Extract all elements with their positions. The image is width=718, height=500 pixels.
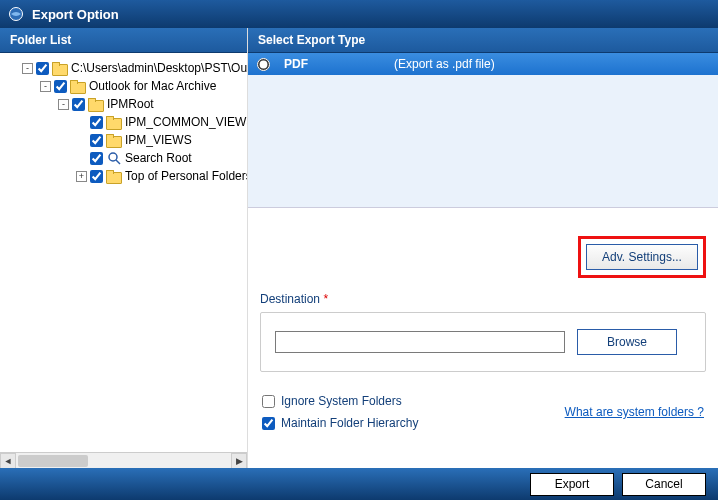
- tree-item[interactable]: IPM_VIEWS: [4, 131, 243, 149]
- scroll-left-btn[interactable]: ◄: [0, 453, 16, 468]
- expand-icon[interactable]: +: [76, 171, 87, 182]
- tree-checkbox[interactable]: [54, 80, 67, 93]
- tree-item[interactable]: -C:\Users\admin\Desktop\PST\Outl: [4, 59, 243, 77]
- ignore-system-folders-checkbox[interactable]: Ignore System Folders: [262, 394, 418, 408]
- destination-input[interactable]: [275, 331, 565, 353]
- twisty-spacer: [76, 135, 87, 146]
- tree-item-label: IPM_VIEWS: [125, 133, 192, 147]
- collapse-icon[interactable]: -: [58, 99, 69, 110]
- export-button[interactable]: Export: [530, 473, 614, 496]
- tree-checkbox[interactable]: [72, 98, 85, 111]
- folder-icon: [70, 80, 86, 93]
- tree-item[interactable]: +Top of Personal Folders: [4, 167, 243, 185]
- folder-icon: [52, 62, 68, 75]
- search-icon: [106, 150, 122, 166]
- maintain-hierarchy-checkbox[interactable]: Maintain Folder Hierarchy: [262, 416, 418, 430]
- adv-settings-highlight: Adv. Settings...: [578, 236, 706, 278]
- footer-bar: Export Cancel: [0, 468, 718, 500]
- titlebar: Export Option: [0, 0, 718, 28]
- window-title: Export Option: [32, 7, 119, 22]
- ignore-system-label: Ignore System Folders: [281, 394, 402, 408]
- folder-list-header: Folder List: [0, 28, 247, 53]
- tree-item-label: IPM_COMMON_VIEWS: [125, 115, 247, 129]
- tree-item-label: IPMRoot: [107, 97, 154, 111]
- system-folders-help-link[interactable]: What are system folders ?: [565, 405, 704, 419]
- export-type-radio[interactable]: [257, 58, 270, 71]
- app-icon: [8, 6, 24, 22]
- export-type-desc: (Export as .pdf file): [388, 57, 718, 71]
- svg-point-1: [109, 153, 117, 161]
- adv-settings-button[interactable]: Adv. Settings...: [586, 244, 698, 270]
- folder-tree[interactable]: -C:\Users\admin\Desktop\PST\Outl-Outlook…: [0, 53, 247, 191]
- tree-checkbox[interactable]: [90, 116, 103, 129]
- folder-icon: [88, 98, 104, 111]
- scroll-thumb[interactable]: [18, 455, 88, 467]
- tree-item[interactable]: Search Root: [4, 149, 243, 167]
- tree-checkbox[interactable]: [90, 134, 103, 147]
- folder-icon: [106, 134, 122, 147]
- tree-checkbox[interactable]: [90, 152, 103, 165]
- collapse-icon[interactable]: -: [40, 81, 51, 92]
- tree-item-label: C:\Users\admin\Desktop\PST\Outl: [71, 61, 247, 75]
- cancel-button[interactable]: Cancel: [622, 473, 706, 496]
- export-type-name: PDF: [278, 57, 388, 71]
- scroll-right-btn[interactable]: ▶: [231, 453, 247, 468]
- browse-button[interactable]: Browse: [577, 329, 677, 355]
- tree-item-label: Search Root: [125, 151, 192, 165]
- tree-item-label: Outlook for Mac Archive: [89, 79, 216, 93]
- folder-icon: [106, 116, 122, 129]
- svg-line-2: [116, 160, 120, 164]
- tree-item[interactable]: -Outlook for Mac Archive: [4, 77, 243, 95]
- export-type-header: Select Export Type: [248, 28, 718, 53]
- folder-icon: [106, 170, 122, 183]
- tree-item[interactable]: -IPMRoot: [4, 95, 243, 113]
- export-type-list: PDF(Export as .pdf file): [248, 53, 718, 208]
- twisty-spacer: [76, 117, 87, 128]
- tree-checkbox[interactable]: [90, 170, 103, 183]
- tree-item[interactable]: IPM_COMMON_VIEWS: [4, 113, 243, 131]
- twisty-spacer: [76, 153, 87, 164]
- destination-label: Destination *: [260, 292, 706, 306]
- tree-checkbox[interactable]: [36, 62, 49, 75]
- horizontal-scrollbar[interactable]: ◄ ▶: [0, 452, 247, 468]
- export-type-row[interactable]: PDF(Export as .pdf file): [248, 53, 718, 75]
- maintain-hierarchy-label: Maintain Folder Hierarchy: [281, 416, 418, 430]
- collapse-icon[interactable]: -: [22, 63, 33, 74]
- tree-item-label: Top of Personal Folders: [125, 169, 247, 183]
